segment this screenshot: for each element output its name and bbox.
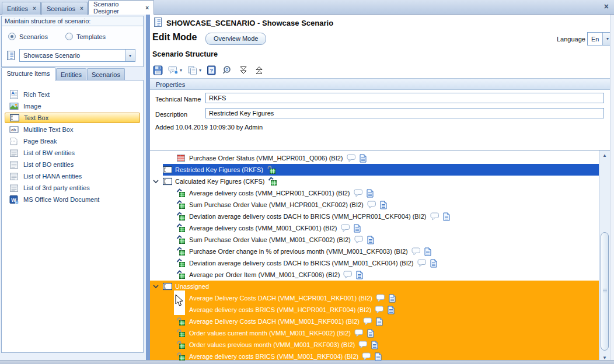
- document-icon[interactable]: [367, 236, 374, 244]
- preview-button[interactable]: [221, 65, 233, 76]
- ckf-icon: [176, 235, 186, 244]
- comment-icon[interactable]: [358, 341, 368, 349]
- technical-name-input[interactable]: [205, 93, 604, 103]
- tree-item[interactable]: Deviation average delivery costs DACH to…: [150, 257, 599, 269]
- radio-label: Scenarios: [19, 33, 48, 40]
- comment-settings-button[interactable]: ▾: [168, 65, 183, 75]
- radio-label: Templates: [76, 33, 106, 40]
- comment-icon[interactable]: [430, 212, 439, 220]
- document-icon[interactable]: [443, 212, 450, 221]
- document-icon[interactable]: [388, 306, 395, 314]
- tree-item[interactable]: Restricted Key Figures (RKFS): [150, 164, 599, 176]
- tab-entities-left[interactable]: Entities: [56, 68, 86, 80]
- section-title: Scenario Structure: [152, 50, 218, 58]
- tree-item[interactable]: Average delivery costs BRICS (VMM_M001_R…: [150, 351, 599, 362]
- text-box-icon: [163, 282, 172, 290]
- tree-item[interactable]: Deviation average delivery costs DACH to…: [150, 211, 599, 222]
- document-icon[interactable]: [376, 317, 383, 326]
- comment-icon[interactable]: [362, 352, 371, 360]
- tree-item[interactable]: Average Delivery Costs DACH (VMM_M001_RK…: [150, 316, 599, 327]
- document-icon[interactable]: [424, 247, 431, 256]
- comment-icon[interactable]: [367, 201, 376, 209]
- comment-icon[interactable]: [354, 189, 363, 197]
- tab-scenarios[interactable]: Scenarios ×: [41, 2, 88, 15]
- structure-item-multiline-text-box[interactable]: abMultiline Text Box: [2, 124, 143, 135]
- tree-item[interactable]: Sum Purchase Order Value (VMM_M001_CKF00…: [150, 234, 599, 246]
- chevron-down-icon[interactable]: ▾: [199, 68, 201, 73]
- chevron-down-icon[interactable]: ▾: [180, 68, 182, 73]
- tab-scenario-designer[interactable]: Scenario Designer ×: [88, 0, 154, 15]
- tab-close-icon[interactable]: ×: [80, 5, 83, 12]
- collapse-all-button[interactable]: [253, 65, 265, 76]
- document-icon[interactable]: [389, 294, 396, 303]
- document-icon[interactable]: [367, 329, 374, 338]
- structure-item-list-of-bo-entities[interactable]: List of BO entities: [2, 159, 143, 170]
- comment-icon[interactable]: [341, 224, 350, 232]
- structure-item-ms-office-word-document[interactable]: WMS Office Word Document: [2, 194, 143, 205]
- comment-icon[interactable]: [417, 259, 427, 267]
- vertical-scrollbar[interactable]: ▲ ▼: [599, 150, 610, 363]
- document-icon[interactable]: [360, 154, 367, 163]
- panel-splitter[interactable]: [146, 15, 150, 360]
- comment-icon[interactable]: [376, 294, 385, 302]
- comment-icon[interactable]: [354, 329, 364, 337]
- description-input[interactable]: [205, 108, 604, 118]
- document-icon[interactable]: [371, 341, 378, 349]
- radio-templates[interactable]: Templates: [65, 33, 106, 40]
- scenario-select[interactable]: Showcase Scenario ▾: [19, 49, 135, 62]
- tree-item-label: Deviation average delivery costs DACH to…: [189, 260, 414, 267]
- tree-item-label: Average delivery costs BRICS (VMM_M001_R…: [189, 353, 358, 360]
- copy-button[interactable]: ▾: [187, 65, 202, 76]
- comment-icon[interactable]: [411, 247, 421, 256]
- tree-item[interactable]: Unassigned: [150, 281, 599, 292]
- document-icon[interactable]: [375, 352, 382, 361]
- document-icon[interactable]: [356, 271, 363, 279]
- document-icon[interactable]: [354, 224, 361, 233]
- language-select[interactable]: En ▾: [587, 32, 613, 46]
- overview-mode-button[interactable]: Overview Mode: [205, 33, 266, 45]
- radio-scenarios[interactable]: Scenarios: [8, 33, 48, 40]
- tree-item[interactable]: Purchase Order Status (VMM_HCPR001_Q006)…: [150, 152, 599, 164]
- structure-item-image[interactable]: Image: [2, 100, 143, 112]
- window-close-icon[interactable]: ×: [604, 2, 609, 11]
- structure-item-list-of-hana-entities[interactable]: List of HANA entities: [2, 170, 143, 182]
- tree-item[interactable]: Average delivery costs (VMM_HCPR001_CKF0…: [150, 187, 599, 199]
- save-button[interactable]: [152, 65, 163, 76]
- chevron-expander-icon[interactable]: [153, 179, 159, 184]
- tab-structure-items[interactable]: Structure items: [1, 67, 55, 80]
- chevron-expander-icon[interactable]: [153, 284, 159, 289]
- scroll-thumb[interactable]: [601, 232, 609, 351]
- tab-close-icon[interactable]: ×: [33, 5, 36, 12]
- tree-item[interactable]: Average delivery costs BRICS (VMM_HCPR00…: [150, 304, 599, 316]
- structure-item-page-break[interactable]: Page Break: [2, 135, 143, 147]
- comment-icon[interactable]: [375, 306, 384, 314]
- structure-item-rich-text[interactable]: ARich Text: [2, 89, 143, 100]
- tree-item-label: Purchase Order Status (VMM_HCPR001_Q006)…: [189, 155, 343, 162]
- comment-icon[interactable]: [347, 154, 356, 162]
- chevron-down-icon[interactable]: ▾: [125, 50, 135, 61]
- tree-item[interactable]: Calculated Key Figures (CKFS): [150, 176, 599, 187]
- tree-item[interactable]: Average Delivery Costs DACH (VMM_HCPR001…: [150, 292, 599, 304]
- tree-item[interactable]: Order values previous month (VMM_M001_RK…: [150, 339, 599, 351]
- expand-all-button[interactable]: [238, 65, 249, 76]
- tab-scenarios-left[interactable]: Scenarios: [87, 68, 125, 80]
- tree-item[interactable]: Average per Order Item (VMM_M001_CKF006)…: [150, 269, 599, 281]
- tab-close-icon[interactable]: ×: [145, 5, 149, 11]
- tree-item[interactable]: Purchase Order change in % of previous m…: [150, 246, 599, 257]
- document-icon[interactable]: [430, 259, 437, 268]
- structure-item-list-of-3rd-party-entities[interactable]: List of 3rd party entities: [2, 182, 143, 194]
- document-icon[interactable]: [367, 189, 374, 198]
- scroll-up-button[interactable]: ▲: [599, 153, 610, 158]
- document-icon[interactable]: [380, 201, 387, 209]
- comment-icon[interactable]: [363, 317, 372, 326]
- tree-item[interactable]: Order values current month (VMM_M001_RKF…: [150, 327, 599, 339]
- tree-item[interactable]: Sum Purchase Order Value (VMM_HCPR001_CK…: [150, 199, 599, 211]
- comment-icon[interactable]: [354, 236, 364, 244]
- tab-entities[interactable]: Entities ×: [2, 2, 41, 15]
- structure-item-list-of-bw-entities[interactable]: List of BW entities: [2, 147, 143, 159]
- tree-item-content: Average per Order Item (VMM_M001_CKF006)…: [189, 269, 363, 281]
- tree-item[interactable]: Average delivery costs (VMM_M001_CKF001)…: [150, 222, 599, 234]
- comment-icon[interactable]: [343, 271, 353, 279]
- structure-item-text-box[interactable]: Text Box: [5, 113, 140, 123]
- help-button[interactable]: ?: [206, 65, 217, 76]
